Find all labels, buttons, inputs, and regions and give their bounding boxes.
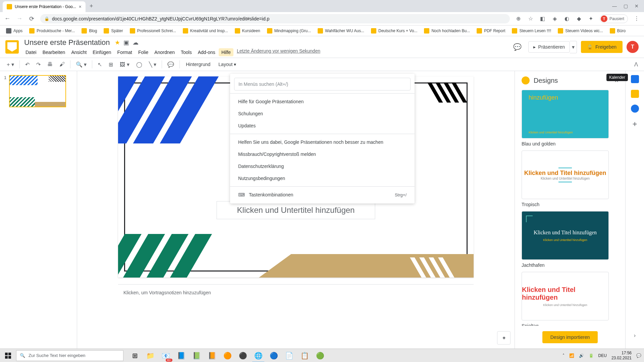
zoom-icon[interactable]: ⊕: [515, 15, 522, 22]
bookmark-item[interactable]: Kursideen: [233, 27, 262, 35]
explore-button[interactable]: ✦: [497, 331, 511, 345]
speaker-notes[interactable]: Klicken, um Vortragsnotizen hinzuzufügen: [118, 284, 474, 301]
bookmark-item[interactable]: Kreativität und Insp...: [181, 27, 230, 35]
calendar-icon[interactable]: [631, 75, 639, 83]
background-button[interactable]: Hintergrund: [182, 60, 214, 69]
windows-search-input[interactable]: 🔍 Zur Suche Text hier eingeben: [16, 350, 123, 361]
menu-datei[interactable]: Datei: [23, 48, 39, 56]
menu-einfuegen[interactable]: Einfügen: [90, 48, 114, 56]
cloud-status-icon[interactable]: ☁: [132, 39, 139, 46]
new-slide-button[interactable]: + ▾: [4, 59, 17, 70]
tray-clock[interactable]: 17:56 23.02.2021: [611, 351, 632, 360]
design-card[interactable]: Klicken und Titel hinzufügenKlicken und …: [522, 211, 619, 268]
undo-button[interactable]: ↶: [22, 59, 32, 70]
image-tool[interactable]: 🖼 ▾: [117, 59, 132, 70]
line-tool[interactable]: ╲ ▾: [146, 59, 159, 70]
bookmark-item[interactable]: Steuern Videos wic...: [556, 27, 605, 35]
zoom-button[interactable]: 🔍 ▾: [73, 59, 89, 70]
help-item[interactable]: Schulungen: [230, 108, 415, 120]
minimize-icon[interactable]: —: [612, 3, 617, 9]
tray-chevron-icon[interactable]: ˄: [562, 353, 565, 358]
help-item[interactable]: Nutzungsbedingungen: [230, 172, 415, 184]
profile-button[interactable]: T Pausiert: [600, 14, 628, 23]
bookmark-apps[interactable]: Apps: [4, 27, 24, 35]
bookmark-item[interactable]: PDF Report: [475, 27, 507, 35]
obs-icon[interactable]: ⚫: [235, 349, 250, 362]
help-item-shortcuts[interactable]: ⌨ Tastenkombinationen Strg+/: [230, 189, 415, 201]
notifications-icon[interactable]: 💬: [636, 353, 641, 358]
forward-button[interactable]: →: [16, 15, 23, 22]
extension-icon-2[interactable]: ◈: [551, 15, 558, 22]
close-window-icon[interactable]: ✕: [635, 3, 639, 9]
user-avatar[interactable]: T: [627, 41, 639, 53]
url-bar[interactable]: 🔒 docs.google.com/presentation/d/1je40CL…: [40, 14, 510, 23]
back-button[interactable]: ←: [4, 15, 11, 22]
menu-hilfe[interactable]: Hilfe: [219, 48, 233, 56]
app-icon[interactable]: 📋: [297, 349, 312, 362]
help-item[interactable]: Updates: [230, 120, 415, 132]
menu-tools[interactable]: Tools: [178, 48, 195, 56]
tasks-icon[interactable]: [631, 105, 639, 113]
shape-tool[interactable]: ◯: [133, 59, 145, 70]
extension-icon-3[interactable]: ◐: [564, 15, 570, 22]
app-icon[interactable]: 🟠: [220, 349, 235, 362]
print-button[interactable]: 🖶: [45, 59, 55, 69]
help-item[interactable]: Hilfe für Google Präsentationen: [230, 96, 415, 108]
comments-button[interactable]: 💬: [511, 40, 524, 54]
word-icon[interactable]: 📘: [174, 349, 189, 362]
select-tool[interactable]: ↖: [95, 59, 105, 70]
bookmark-item[interactable]: Deutsche Kurs + Vo...: [369, 27, 419, 35]
collapse-toolbar-icon[interactable]: ᐱ: [632, 59, 640, 70]
star-icon[interactable]: ★: [115, 39, 120, 46]
help-item[interactable]: Helfen Sie uns dabei, Google Präsentatio…: [230, 136, 415, 148]
chrome-menu-icon[interactable]: ⋮: [633, 15, 640, 22]
add-addon-icon[interactable]: +: [632, 119, 637, 129]
bookmark-item[interactable]: Mindmapping (Gru...: [265, 27, 313, 35]
document-title[interactable]: Unsere erste Präsentation: [23, 38, 111, 48]
battery-icon[interactable]: 🔋: [589, 353, 594, 358]
bookmark-item[interactable]: Steuern Lesen !!!!: [510, 27, 553, 35]
slide-thumbnail[interactable]: [9, 75, 66, 107]
help-item[interactable]: Datenschutzerklärung: [230, 160, 415, 172]
maximize-icon[interactable]: ▢: [624, 3, 628, 9]
bookmark-item[interactable]: Büro: [608, 27, 628, 35]
layout-button[interactable]: Layout ▾: [215, 60, 239, 69]
redo-button[interactable]: ↷: [34, 59, 43, 70]
edge-icon[interactable]: 🔵: [266, 349, 281, 362]
extensions-puzzle-icon[interactable]: ✦: [588, 15, 594, 22]
menu-bearbeiten[interactable]: Bearbeiten: [40, 48, 68, 56]
mail-icon[interactable]: 📧99+: [158, 349, 173, 362]
design-card[interactable]: hinzufügenKlicken und Untertitel hinzufü…: [522, 90, 619, 146]
menu-folie[interactable]: Folie: [136, 48, 151, 56]
chrome-icon[interactable]: 🌐: [251, 349, 266, 362]
last-edit-link[interactable]: Letzte Änderung vor wenigen Sekunden: [237, 48, 320, 56]
extension-icon-4[interactable]: ◆: [576, 15, 582, 22]
keep-icon[interactable]: [631, 90, 639, 98]
design-card[interactable]: Klicken und Titel hinzufügenKlicken und …: [522, 150, 619, 207]
textbox-tool[interactable]: ⊞: [106, 59, 116, 70]
menu-format[interactable]: Format: [115, 48, 135, 56]
extension-icon[interactable]: ◧: [539, 15, 546, 22]
new-tab-button[interactable]: +: [86, 3, 97, 10]
browser-tab[interactable]: Unsere erste Präsentation - Goo... ×: [3, 1, 86, 12]
import-design-button[interactable]: Design importieren: [542, 331, 598, 343]
start-button[interactable]: [0, 349, 16, 362]
slides-logo-icon[interactable]: [5, 40, 19, 54]
task-view-icon[interactable]: ⊞: [127, 349, 142, 362]
bookmark-item[interactable]: Blog: [79, 27, 99, 35]
design-card[interactable]: Klicken und Titel hinzufügenKlicken und …: [522, 272, 619, 326]
close-tab-icon[interactable]: ×: [79, 4, 82, 9]
menu-addons[interactable]: Add-ons: [195, 48, 218, 56]
tray-lang[interactable]: DEU: [598, 353, 607, 358]
star-bookmark-icon[interactable]: ☆: [527, 15, 534, 22]
bookmark-item[interactable]: Noch hochladen Bu...: [422, 27, 472, 35]
bookmark-item[interactable]: Später: [102, 27, 125, 35]
present-dropdown-icon[interactable]: ▾: [570, 41, 577, 53]
bookmark-item[interactable]: Professionell Schrei...: [128, 27, 178, 35]
slide-subtitle-placeholder[interactable]: Klicken und Untertitel hinzufügen: [217, 201, 375, 219]
spotify-icon[interactable]: 🟢: [313, 349, 327, 362]
explorer-icon[interactable]: 📁: [143, 349, 158, 362]
app-icon[interactable]: 📄: [282, 349, 297, 362]
collapse-rail-icon[interactable]: ›: [634, 333, 636, 339]
comment-tool[interactable]: 💬: [165, 59, 177, 70]
